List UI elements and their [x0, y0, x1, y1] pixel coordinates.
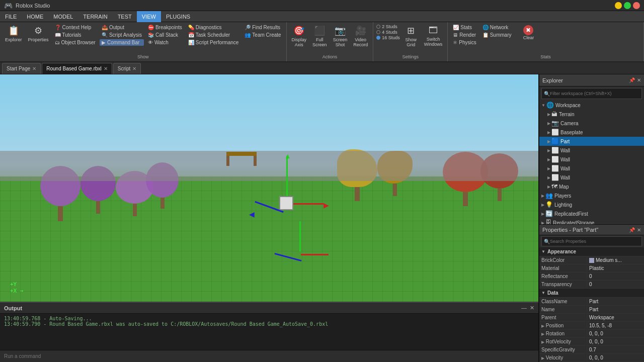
stud-2-option[interactable]: 2 Studs: [376, 24, 400, 29]
menu-item-terrain[interactable]: TERRAIN: [78, 11, 112, 22]
tree-item-map[interactable]: ▶🗺Map: [539, 182, 644, 191]
explorer-pin-button[interactable]: 📌: [629, 77, 635, 83]
close-button[interactable]: [633, 2, 640, 9]
tree-item-replicated-first[interactable]: ▶🔄ReplicatedFirst: [539, 209, 644, 218]
tree-item-wall2[interactable]: ▶⬜Wall: [539, 155, 644, 164]
stats-button[interactable]: 📈 Stats: [451, 24, 478, 31]
properties-pin-button[interactable]: 📌: [629, 227, 635, 233]
call-stack-button[interactable]: 📚 Call Stack: [146, 32, 184, 38]
tree-item-terrain[interactable]: ▶🏔Terrain: [539, 110, 644, 119]
stud-4-option[interactable]: 4 Studs: [376, 30, 400, 35]
tree-label-replicated-storage: ReplicatedStorage: [553, 220, 594, 225]
render-button[interactable]: 🖥 Render: [451, 32, 478, 38]
tree-item-wall3[interactable]: ▶⬜Wall: [539, 164, 644, 173]
context-help-button[interactable]: ❓ Context Help: [53, 24, 98, 31]
full-screen-button[interactable]: ⬛ FullScreen: [310, 24, 329, 48]
prop-name-specificgravity: SpecificGravity: [539, 347, 587, 352]
tree-item-lighting[interactable]: ▶💡Lighting: [539, 200, 644, 209]
tree-label-wall1: Wall: [560, 148, 570, 153]
tree-arrow-replicated-first: ▶: [541, 212, 544, 216]
menu-item-plugins[interactable]: PLUGINS: [161, 11, 195, 22]
explorer-close-button[interactable]: ✕: [637, 77, 641, 83]
menu-item-file[interactable]: FILE: [0, 11, 22, 22]
tree-item-baseplate[interactable]: ▶⬜Baseplate: [539, 128, 644, 137]
menu-item-home[interactable]: HOME: [22, 11, 48, 22]
tree-item-camera[interactable]: ▶📷Camera: [539, 119, 644, 128]
stud-options: 2 Studs 4 Studs 16 Studs: [376, 24, 400, 40]
properties-button[interactable]: ⚙ Properties: [26, 24, 51, 43]
switch-windows-button[interactable]: 🗔 SwitchWindows: [422, 24, 445, 48]
prop-row-name: NamePart: [539, 306, 644, 314]
tree-item-wall4[interactable]: ▶⬜Wall: [539, 173, 644, 182]
watch-button[interactable]: 👁 Watch: [146, 39, 184, 46]
explorer-search-input[interactable]: [550, 91, 639, 96]
explorer-header: Explorer 📌 ✕: [539, 74, 644, 86]
task-scheduler-button[interactable]: 📅 Task Scheduler: [186, 32, 241, 38]
script-analysis-button[interactable]: 🔍 Script Analysis: [100, 32, 144, 38]
video-record-button[interactable]: 🎥 VideoRecord: [351, 24, 370, 48]
command-input[interactable]: [4, 353, 534, 359]
tree-item-players[interactable]: ▶👥Players: [539, 191, 644, 200]
tutorials-button[interactable]: 📖 Tutorials: [53, 32, 98, 38]
breakpoints-icon: ⛔: [148, 25, 154, 30]
properties-close-button[interactable]: ✕: [637, 227, 641, 233]
tree-item-workspace[interactable]: ▼🌐Workspace: [539, 101, 644, 110]
prop-section-data[interactable]: ▼ Data: [539, 289, 644, 298]
network-button[interactable]: 🌐 Network: [480, 24, 514, 31]
output-minimize-button[interactable]: —: [521, 305, 527, 311]
prop-value-position[interactable]: 10.5, 5, -8: [587, 323, 644, 328]
prop-section-appearance[interactable]: ▼ Appearance: [539, 247, 644, 256]
screen-shot-button[interactable]: 📷 ScreenShot: [331, 24, 350, 48]
find-results-button[interactable]: 🔎 Find Results: [243, 24, 283, 31]
object-browser-button[interactable]: 🗂 Object Browser: [53, 39, 98, 46]
tab-round-based[interactable]: Round Based Game.rbxl ✕: [42, 63, 112, 74]
explorer-button[interactable]: 📋 Explorer: [3, 24, 24, 43]
prop-name-reflectance: Reflectance: [539, 274, 587, 279]
summary-button[interactable]: 📋 Summary: [480, 32, 514, 38]
properties-search-input[interactable]: [550, 239, 639, 244]
script-performance-button[interactable]: 📊 Script Performance: [186, 39, 241, 46]
tree-arrow-map: ▶: [547, 185, 550, 189]
tree-item-replicated-storage[interactable]: ▶🗄ReplicatedStorage: [539, 218, 644, 224]
tree-item-part[interactable]: ▶🟦Part: [539, 137, 644, 146]
stud-16-option[interactable]: 16 Studs: [376, 35, 400, 40]
explorer-label: Explorer: [5, 37, 22, 42]
show-grid-button[interactable]: ⊞ ShowGrid: [402, 24, 420, 48]
physics-button[interactable]: ⚛ Physics: [451, 39, 478, 46]
stud-4-radio[interactable]: [376, 30, 380, 34]
tab-start-page[interactable]: Start Page ✕: [2, 63, 41, 74]
show-grid-icon: ⊞: [407, 25, 415, 36]
output-line: 13:40:59.790 - Round Based Game.rbxl was…: [4, 321, 534, 327]
breakpoints-button[interactable]: ⛔ Breakpoints: [146, 24, 184, 31]
maximize-button[interactable]: [624, 2, 631, 9]
tree-icon-players: 👥: [545, 192, 553, 199]
output-close-button[interactable]: ✕: [530, 305, 534, 311]
display-axis-label: DisplayAxis: [292, 37, 307, 47]
bench-area: [226, 152, 257, 166]
menu-item-view[interactable]: VIEW: [137, 11, 161, 22]
team-create-button[interactable]: 👥 Team Create: [243, 32, 283, 38]
tab-script[interactable]: Script ✕: [113, 63, 141, 74]
clear-button[interactable]: ✖ Clear: [519, 24, 537, 41]
stud-16-radio[interactable]: [376, 36, 380, 40]
tab-start-page-close[interactable]: ✕: [32, 66, 36, 71]
viewport-canvas[interactable]: ▶ ▲ ◀ +Y+X →: [0, 74, 538, 302]
stud-2-radio[interactable]: [376, 25, 380, 29]
prop-value-velocity[interactable]: 0, 0, 0: [587, 355, 644, 360]
full-screen-label: FullScreen: [312, 37, 327, 47]
command-bar-button[interactable]: ▶ Command Bar: [100, 39, 144, 46]
tab-round-based-close[interactable]: ✕: [104, 66, 108, 71]
output-button[interactable]: 📤 Output: [100, 24, 144, 31]
diagnostics-button[interactable]: 💊 Diagnostics: [186, 24, 241, 31]
menu-item-model[interactable]: MODEL: [48, 11, 78, 22]
tree-item-wall1[interactable]: ▶⬜Wall: [539, 146, 644, 155]
prop-value-rotation[interactable]: 0, 0, 0: [587, 331, 644, 336]
menu-item-test[interactable]: TEST: [113, 11, 137, 22]
minimize-button[interactable]: [615, 2, 622, 9]
wall-background: [0, 151, 538, 181]
prop-value-rotvelocity[interactable]: 0, 0, 0: [587, 339, 644, 344]
display-axis-button[interactable]: 🎯 DisplayAxis: [290, 24, 309, 48]
task-scheduler-icon: 📅: [188, 32, 194, 38]
tab-script-close[interactable]: ✕: [132, 66, 136, 71]
tabbar: Start Page ✕ Round Based Game.rbxl ✕ Scr…: [0, 62, 644, 74]
